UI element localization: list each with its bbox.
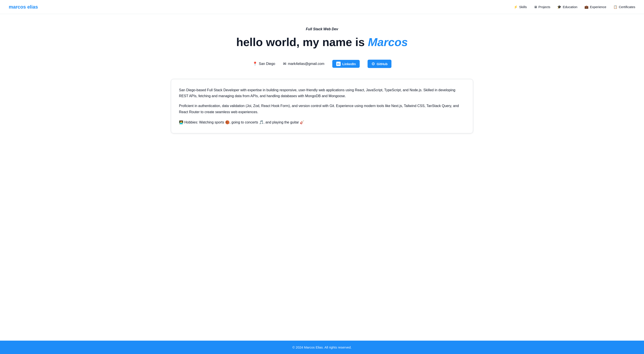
linkedin-button[interactable]: in LinkedIn [332, 60, 360, 68]
experience-icon: 💼 [584, 5, 588, 9]
main-content: Full Stack Web Dev hello world, my name … [0, 14, 644, 341]
hero-name: Marcos [368, 36, 408, 49]
certificates-icon: 📋 [613, 5, 618, 9]
experience-label: Experience [590, 5, 606, 9]
nav-link-projects[interactable]: 🖥 Projects [534, 5, 550, 9]
nav-item-certificates: 📋 Certificates [613, 5, 635, 9]
nav-links: ⚡ Skills 🖥 Projects 🎓 Education 💼 Experi… [514, 5, 635, 9]
nav-link-skills[interactable]: ⚡ Skills [514, 5, 527, 9]
subtitle: Full Stack Web Dev [306, 27, 338, 31]
email-text: mark4elias@gmail.com [288, 62, 324, 66]
nav-item-projects: 🖥 Projects [534, 5, 550, 9]
navbar: marcos elias ⚡ Skills 🖥 Projects 🎓 Educa… [0, 0, 644, 14]
footer: © 2024 Marcos Elias. All rights reserved… [0, 341, 644, 354]
hobbies-line: 🧑‍💻 Hobbies: Watching sports 🏀, going to… [179, 119, 465, 125]
nav-item-skills: ⚡ Skills [514, 5, 527, 9]
projects-label: Projects [538, 5, 550, 9]
github-button[interactable]: ⊙ GitHub [368, 60, 392, 68]
email-item: ✉ mark4elias@gmail.com [283, 61, 324, 66]
skills-icon: ⚡ [514, 5, 518, 9]
bio-card: San Diego-based Full Stack Developer wit… [171, 79, 473, 133]
email-icon: ✉ [283, 61, 286, 66]
hero-heading: hello world, my name is Marcos [236, 36, 408, 49]
projects-icon: 🖥 [534, 5, 537, 9]
contact-row: 📍 San Diego ✉ mark4elias@gmail.com in Li… [252, 60, 392, 68]
nav-logo[interactable]: marcos elias [9, 4, 38, 10]
footer-copyright: © 2024 Marcos Elias. All rights reserved… [292, 345, 352, 349]
linkedin-icon: in [336, 62, 340, 66]
education-label: Education [563, 5, 578, 9]
location-icon: 📍 [252, 61, 258, 66]
nav-link-certificates[interactable]: 📋 Certificates [613, 5, 635, 9]
skills-label: Skills [519, 5, 527, 9]
education-icon: 🎓 [557, 5, 562, 9]
nav-link-experience[interactable]: 💼 Experience [584, 5, 606, 9]
bio-paragraph-2: Proficient in authentication, data valid… [179, 103, 465, 115]
nav-link-education[interactable]: 🎓 Education [557, 5, 578, 9]
location-item: 📍 San Diego [252, 61, 275, 66]
github-label: GitHub [376, 62, 388, 66]
linkedin-label: LinkedIn [342, 62, 356, 66]
certificates-label: Certificates [619, 5, 635, 9]
nav-item-experience: 💼 Experience [584, 5, 606, 9]
nav-item-education: 🎓 Education [557, 5, 578, 9]
location-text: San Diego [259, 62, 275, 66]
bio-paragraph-1: San Diego-based Full Stack Developer wit… [179, 87, 465, 99]
heading-prefix: hello world, my name is [236, 36, 368, 49]
github-icon: ⊙ [372, 61, 375, 66]
